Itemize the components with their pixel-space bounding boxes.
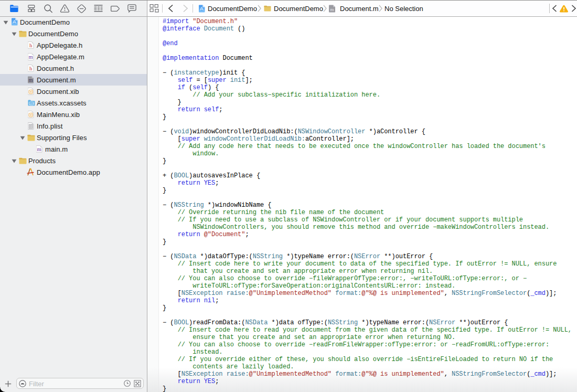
svg-text:m: m [330,7,334,12]
svg-text:m: m [29,77,33,83]
svg-text:m: m [29,54,33,60]
svg-text:h: h [29,43,33,48]
svg-text:m: m [37,146,41,152]
svg-text:h: h [29,66,33,71]
